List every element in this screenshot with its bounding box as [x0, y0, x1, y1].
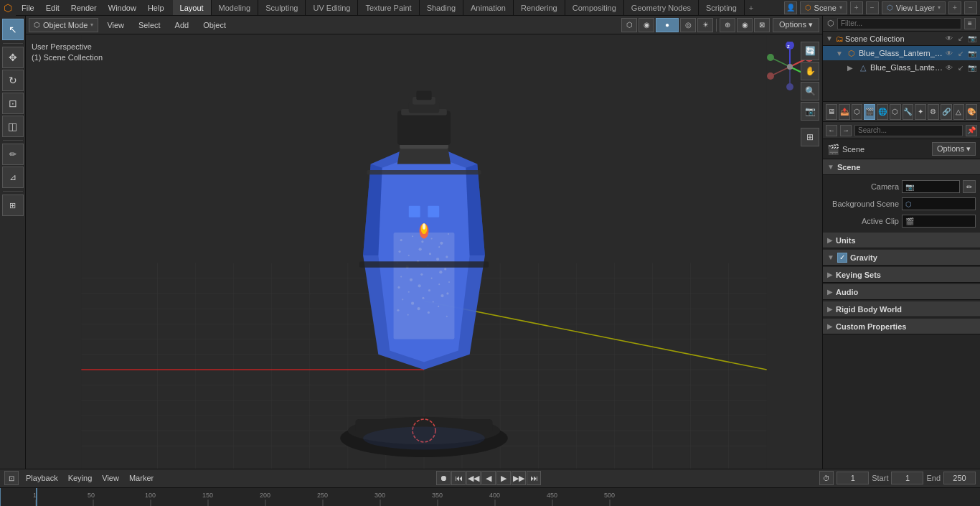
- object-mode-selector[interactable]: ⬡ Object Mode ▾: [29, 18, 98, 32]
- user-icon[interactable]: 👤: [784, 1, 797, 14]
- item-view-1[interactable]: 👁: [944, 48, 954, 58]
- tab-rendering[interactable]: Rendering: [514, 0, 565, 15]
- playback-menu[interactable]: Playback: [22, 471, 62, 485]
- overlay-overlay-toggle[interactable]: ◉: [737, 18, 753, 32]
- tab-shading[interactable]: Shading: [420, 0, 463, 15]
- viewport-nav-rotate[interactable]: 🔄: [801, 42, 819, 60]
- props-forward-btn[interactable]: →: [840, 125, 852, 136]
- prev-frame-btn[interactable]: ◀: [481, 471, 496, 485]
- props-tab-physics[interactable]: ⚙: [928, 104, 939, 120]
- timeline-playhead[interactable]: [36, 488, 37, 506]
- jump-end-btn[interactable]: ⏭: [527, 471, 541, 485]
- outliner-search[interactable]: [837, 18, 961, 29]
- props-tab-scene[interactable]: 🎬: [864, 104, 875, 120]
- blender-logo[interactable]: ⬡: [0, 0, 16, 16]
- tab-compositing[interactable]: Compositing: [565, 0, 624, 15]
- viewport-shading-material[interactable]: ◎: [680, 18, 696, 32]
- view-menu[interactable]: View: [98, 471, 123, 485]
- camera-value[interactable]: 📷: [902, 180, 960, 193]
- marker-menu[interactable]: Marker: [125, 471, 158, 485]
- item-sel-2[interactable]: ↙: [956, 62, 966, 72]
- tab-texture-paint[interactable]: Texture Paint: [358, 0, 419, 15]
- outliner-item-lantern-mesh[interactable]: ▶ △ Blue_Glass_Lantern_Eter 👁 ↙ 📷: [823, 60, 980, 75]
- transform-tool[interactable]: ◫: [2, 116, 24, 137]
- play-btn[interactable]: ▶: [496, 471, 511, 485]
- annotate-tool[interactable]: ✏: [2, 144, 24, 165]
- tab-animation[interactable]: Animation: [463, 0, 514, 15]
- outliner-restrict-viewport[interactable]: 👁: [944, 34, 954, 44]
- tab-layout[interactable]: Layout: [173, 0, 212, 15]
- scene-plus-icon[interactable]: +: [850, 1, 863, 14]
- props-tab-view-layer[interactable]: ⬡: [852, 104, 863, 120]
- tab-scripting[interactable]: Scripting: [699, 0, 745, 15]
- gravity-section-header[interactable]: ▼ ✓ Gravity: [823, 250, 980, 266]
- view-layer-selector[interactable]: ⬡ View Layer ▾: [882, 1, 946, 14]
- scene-minus-icon[interactable]: −: [866, 1, 879, 14]
- item-cam-2[interactable]: 📷: [967, 62, 977, 72]
- object-menu[interactable]: Object: [197, 18, 232, 32]
- tab-modeling[interactable]: Modeling: [212, 0, 259, 15]
- props-tab-data[interactable]: △: [953, 104, 965, 120]
- add-menu[interactable]: Add: [169, 18, 195, 32]
- select-tool[interactable]: ↖: [2, 19, 24, 40]
- keying-sets-header[interactable]: ▶ Keying Sets: [823, 267, 980, 283]
- item-sel-1[interactable]: ↙: [956, 48, 966, 58]
- start-frame-input[interactable]: [891, 472, 923, 484]
- camera-edit-btn[interactable]: ✏: [963, 180, 976, 193]
- outliner-filter[interactable]: ≡: [964, 18, 976, 29]
- options-button[interactable]: Options ▾: [773, 18, 819, 32]
- jump-start-btn[interactable]: ⏮: [451, 471, 466, 485]
- select-menu[interactable]: Select: [133, 18, 166, 32]
- scale-tool[interactable]: ⊡: [2, 93, 24, 114]
- active-clip-value[interactable]: 🎬: [902, 215, 976, 228]
- props-tab-material[interactable]: 🎨: [966, 104, 977, 120]
- record-btn[interactable]: ⏺: [436, 471, 451, 485]
- xray-toggle[interactable]: ⊠: [754, 18, 770, 32]
- add-primitive-tool[interactable]: ⊞: [2, 195, 24, 216]
- prev-keyframe-btn[interactable]: ◀◀: [466, 471, 481, 485]
- menu-window[interactable]: Window: [103, 0, 142, 15]
- view-layer-plus-icon[interactable]: +: [948, 1, 961, 14]
- props-tab-world[interactable]: 🌐: [877, 104, 888, 120]
- viewport-shading-render[interactable]: ☀: [697, 18, 713, 32]
- current-frame-input[interactable]: [837, 472, 869, 484]
- props-tab-output[interactable]: 📤: [839, 104, 850, 120]
- props-search[interactable]: [854, 125, 963, 136]
- props-pin-btn[interactable]: 📌: [966, 125, 977, 136]
- gravity-checkbox[interactable]: ✓: [837, 253, 847, 263]
- item-cam-1[interactable]: 📷: [967, 48, 977, 58]
- rotate-tool[interactable]: ↻: [2, 70, 24, 91]
- menu-file[interactable]: File: [16, 0, 40, 15]
- viewport-shading-solid[interactable]: ⬡: [621, 18, 637, 32]
- menu-render[interactable]: Render: [65, 0, 103, 15]
- scene-section-header[interactable]: ▼ Scene: [823, 159, 980, 175]
- tab-sculpting[interactable]: Sculpting: [258, 0, 306, 15]
- custom-props-header[interactable]: ▶ Custom Properties: [823, 319, 980, 334]
- viewport-shading-look[interactable]: ◉: [639, 18, 654, 32]
- viewport-shading-solid-active[interactable]: ●: [656, 18, 679, 32]
- menu-help[interactable]: Help: [142, 0, 170, 15]
- next-frame-btn[interactable]: ▶▶: [512, 471, 526, 485]
- outliner-item-lantern-collection[interactable]: ▼ ⬡ Blue_Glass_Lantern_Eternal 👁 ↙ 📷: [823, 46, 980, 60]
- props-tab-render[interactable]: 🖥: [826, 104, 837, 120]
- tab-uv-editing[interactable]: UV Editing: [306, 0, 358, 15]
- props-options-btn[interactable]: Options ▾: [932, 142, 976, 156]
- viewport-collections[interactable]: ⊞: [801, 128, 819, 146]
- timeline-ruler[interactable]: 1 50 100 150 200 250 300 350: [0, 488, 980, 506]
- viewport[interactable]: ⬡ Object Mode ▾ View Select Add Object ⬡…: [26, 16, 822, 469]
- menu-edit[interactable]: Edit: [40, 0, 65, 15]
- tab-geometry-nodes[interactable]: Geometry Nodes: [624, 0, 699, 15]
- properties-content[interactable]: ▼ Scene Camera 📷 ✏: [823, 159, 980, 469]
- props-tab-constraints[interactable]: 🔗: [941, 104, 952, 120]
- props-tab-particles[interactable]: ✦: [915, 104, 926, 120]
- end-frame-input[interactable]: [943, 472, 976, 484]
- measure-tool[interactable]: ⊿: [2, 167, 24, 188]
- bg-scene-value[interactable]: ⬡: [902, 197, 976, 210]
- viewport-nav-move[interactable]: ✋: [801, 62, 819, 80]
- units-section-header[interactable]: ▶ Units: [823, 233, 980, 248]
- view-layer-minus-icon[interactable]: −: [964, 1, 977, 14]
- props-tab-modifier[interactable]: 🔧: [903, 104, 914, 120]
- move-tool[interactable]: ✥: [2, 47, 24, 68]
- add-workspace-tab[interactable]: +: [745, 4, 758, 12]
- timeline-menu-btn[interactable]: ⊡: [4, 471, 19, 485]
